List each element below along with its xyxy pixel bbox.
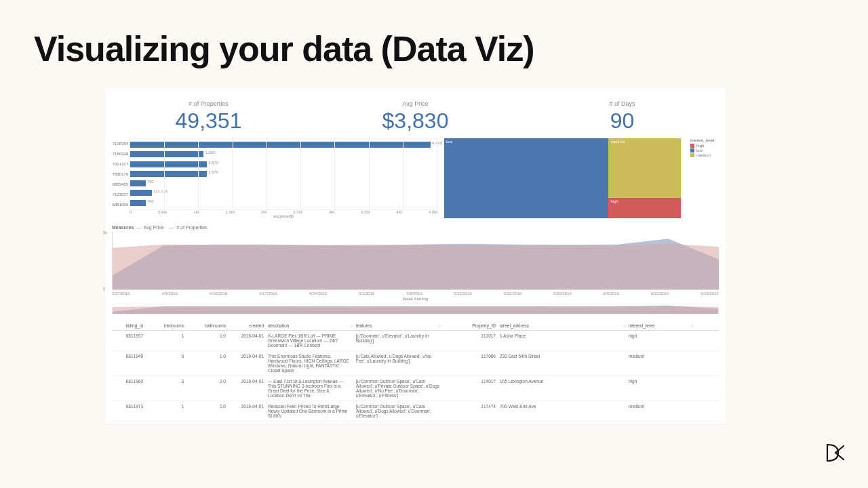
mini-area-overview[interactable] [112,304,719,314]
charts-row: 7108784718634870113177830179688348571230… [105,138,726,218]
kpi-label: Avg Price [312,100,519,107]
swatch-high [690,144,694,148]
legend-item-low: low [690,148,719,152]
col-street-address[interactable]: street_address⌕ [500,323,629,328]
area-svg [113,232,719,289]
area-ytick: 0 [103,287,105,291]
swatch-low [690,148,694,152]
kpi-value: 90 [519,108,726,134]
table-row[interactable]: 681197311.02016-04-01Reduced Fee!! Price… [112,401,719,422]
col-features[interactable]: features⌕ [356,323,444,328]
treemap-legend: interest_level high low medium [688,138,719,218]
col-listing-id[interactable]: listing_id⌕ [112,323,147,328]
table-body: 681195711.02016-04-01X-LARGE Flex 1BR Lo… [112,331,719,422]
col-description[interactable]: description⌕ [268,323,356,328]
bar-x-title: avgprice($) [112,214,437,218]
mini-svg [113,304,718,314]
table-row[interactable]: 681194901.02016-04-01This Enormous Studi… [112,351,719,376]
search-icon[interactable]: ⌕ [439,323,441,328]
area-x-axis: 3/27/20164/3/20164/10/20164/17/20164/24/… [112,291,719,296]
bar-plot-area: 4,4901,6001,8701,870700111,116700 [130,138,437,210]
kpi-value: $3,830 [312,108,519,134]
col-bathrooms[interactable]: bathrooms⌕ [188,323,230,328]
search-icon[interactable]: ⌕ [623,323,626,328]
area-chart[interactable]: Measures — Avg Price — # of Properties 5… [112,225,719,314]
treemap-chart[interactable]: lowmediumhigh [444,138,681,218]
area-main: 5k 0 [112,232,719,290]
search-icon[interactable]: ⌕ [494,323,497,328]
search-icon[interactable]: ⌕ [262,323,265,328]
search-icon[interactable]: ⌕ [224,323,227,328]
col-property-id[interactable]: Property_ID⌕ [444,323,500,328]
col-bedrooms[interactable]: bedrooms⌕ [147,323,188,328]
data-table: listing_id⌕ bedrooms⌕ bathrooms⌕ created… [112,321,719,422]
search-icon[interactable]: ⌕ [142,323,144,328]
brand-logo [823,441,848,470]
table-row[interactable]: 681195711.02016-04-01X-LARGE Flex 1BR Lo… [112,331,719,351]
legend-title: interest_level [690,138,719,142]
col-interest-level[interactable]: interest_level⌕ [629,323,696,328]
area-x-title: Week Starting [112,297,719,301]
kpi-label: # of Properties [105,100,312,107]
kpi-value: 49,351 [105,108,312,134]
page-title: Visualizing your data (Data Viz) [34,28,534,69]
bar-y-axis: 7108784718634870113177830179688348571230… [112,138,130,210]
search-icon[interactable]: ⌕ [691,323,694,328]
kpi-properties: # of Properties 49,351 [105,100,312,138]
area-ytick: 5k [103,230,107,235]
swatch-medium [690,153,694,157]
legend-item-medium: medium [690,153,719,157]
table-row[interactable]: 681196032.02016-04-01— East 71st St & Le… [112,376,719,401]
kpi-row: # of Properties 49,351 Avg Price $3,830 … [105,88,726,138]
col-created[interactable]: created⌕ [230,323,268,328]
kpi-days: # of Days 90 [519,100,726,138]
table-header: listing_id⌕ bedrooms⌕ bathrooms⌕ created… [112,321,719,331]
legend-item-high: high [690,144,719,148]
dashboard: # of Properties 49,351 Avg Price $3,830 … [105,88,726,424]
kpi-avg-price: Avg Price $3,830 [312,100,519,138]
search-icon[interactable]: ⌕ [182,323,185,328]
bar-chart[interactable]: 7108784718634870113177830179688348571230… [112,138,437,218]
search-icon[interactable]: ⌕ [351,323,353,328]
kpi-label: # of Days [519,100,726,107]
measures-label: Measures — Avg Price — # of Properties [112,225,719,230]
